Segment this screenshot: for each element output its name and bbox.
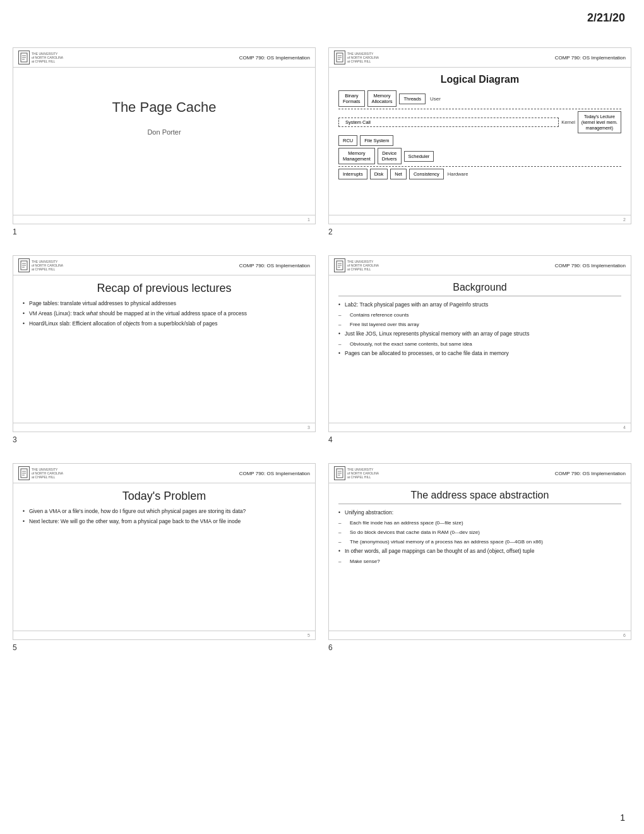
- slide-5-course: COMP 790: OS Implementation: [239, 471, 310, 476]
- slide-4-number: 4: [623, 425, 626, 430]
- slide-4-logo: THE UNIVERSITYof NORTH CAROLINAat CHAPEL…: [334, 258, 379, 272]
- user-label: User: [430, 96, 441, 102]
- slide-4-footer: 4: [329, 423, 631, 432]
- slide-2-footer: 2: [329, 215, 631, 224]
- slide-5-body: Today's Problem Given a VMA or a file's …: [13, 483, 315, 631]
- slide-2-body: Logical Diagram BinaryFormats MemoryAllo…: [329, 68, 631, 215]
- slide-5: THE UNIVERSITYof NORTH CAROLINAat CHAPEL…: [13, 463, 316, 640]
- slide-1-course: COMP 790: OS Implementation: [239, 55, 310, 61]
- slide-4-course: COMP 790: OS Implementation: [555, 263, 626, 269]
- slide-1-wrapper: THE UNIVERSITYof NORTH CAROLINAat CHAPEL…: [13, 47, 316, 236]
- page-number-bottom: 1: [620, 813, 625, 823]
- rcu-box: RCU: [338, 135, 357, 146]
- memory-management-box: MemoryManagement: [338, 148, 375, 164]
- slide-5-footer: 5: [13, 631, 315, 639]
- slide-3-footer: 3: [13, 423, 315, 432]
- slides-grid: THE UNIVERSITYof NORTH CAROLINAat CHAPEL…: [13, 47, 631, 652]
- threads-box: Threads: [399, 94, 426, 104]
- slide-5-wrapper: THE UNIVERSITYof NORTH CAROLINAat CHAPEL…: [13, 463, 316, 652]
- logo-text-2: THE UNIVERSITYof NORTH CAROLINAat CHAPEL…: [347, 52, 379, 63]
- slide-2-course: COMP 790: OS Implementation: [555, 55, 626, 61]
- slide-1-label: 1: [13, 227, 316, 236]
- slide-3-label: 3: [13, 435, 316, 444]
- slide-6-course: COMP 790: OS Implementation: [555, 471, 626, 476]
- bullet-3-3: Hoard/Linux slab: Efficient allocation o…: [23, 320, 306, 328]
- slide-6: THE UNIVERSITYof NORTH CAROLINAat CHAPEL…: [328, 463, 631, 640]
- slide-1-header: THE UNIVERSITYof NORTH CAROLINAat CHAPEL…: [13, 48, 315, 68]
- slide-5-number: 5: [307, 633, 310, 638]
- bullet-4-1a: Contains reference counts: [338, 311, 621, 318]
- slide-1-footer: 1: [13, 215, 315, 224]
- slide-3-bullets: Page tables: translate virtual addresses…: [23, 300, 306, 330]
- slide-3-course: COMP 790: OS Implementation: [239, 263, 310, 269]
- bullet-6-2: In other words, all page mappings can be…: [338, 548, 621, 555]
- slide-6-number: 6: [623, 633, 626, 638]
- slide-4-header: THE UNIVERSITYof NORTH CAROLINAat CHAPEL…: [329, 256, 631, 275]
- slide-1-logo: THE UNIVERSITYof NORTH CAROLINAat CHAPEL…: [18, 51, 63, 64]
- slide-2-wrapper: THE UNIVERSITYof NORTH CAROLINAat CHAPEL…: [328, 47, 631, 236]
- system-call-box: System Call: [338, 118, 559, 127]
- device-drivers-box: DeviceDrivers: [378, 148, 402, 164]
- slide-6-footer: 6: [329, 631, 631, 639]
- slide-4-label: 4: [328, 435, 631, 444]
- slide-6-wrapper: THE UNIVERSITYof NORTH CAROLINAat CHAPEL…: [328, 463, 631, 652]
- interrupts-box: Interrupts: [338, 169, 367, 179]
- file-system-box: File System: [360, 135, 393, 146]
- slide-5-label: 5: [13, 643, 316, 652]
- slide-4-body: Background Lab2: Track physical pages wi…: [329, 275, 631, 423]
- slide-2: THE UNIVERSITYof NORTH CAROLINAat CHAPEL…: [328, 47, 631, 224]
- slide-1-author: Don Porter: [23, 128, 306, 136]
- bullet-4-1: Lab2: Track physical pages with an array…: [338, 301, 621, 309]
- slide-1: THE UNIVERSITYof NORTH CAROLINAat CHAPEL…: [13, 47, 316, 224]
- slide-1-title: The Page Cache: [23, 99, 306, 116]
- bullet-3-1: Page tables: translate virtual addresses…: [23, 300, 306, 308]
- slide-3-header: THE UNIVERSITYof NORTH CAROLINAat CHAPEL…: [13, 256, 315, 275]
- slide-2-logo: THE UNIVERSITYof NORTH CAROLINAat CHAPEL…: [334, 51, 379, 64]
- slide-2-header: THE UNIVERSITYof NORTH CAROLINAat CHAPEL…: [329, 48, 631, 68]
- bullet-6-2a: Make sense?: [338, 558, 621, 565]
- hardware-label: Hardware: [448, 171, 468, 177]
- slide-1-number: 1: [307, 217, 310, 222]
- bullet-6-1: Unifying abstraction:: [338, 509, 621, 517]
- bullet-3-2: VM Areas (Linux): track what should be m…: [23, 310, 306, 318]
- page-date: 2/21/20: [587, 11, 625, 25]
- slide-4-title: Background: [338, 282, 621, 296]
- slide-2-number: 2: [623, 217, 626, 222]
- consistency-box: Consistency: [409, 169, 444, 179]
- bullet-6-1a: Each file inode has an address space (0—…: [338, 519, 621, 526]
- slide-5-header: THE UNIVERSITYof NORTH CAROLINAat CHAPEL…: [13, 464, 315, 483]
- kernel-label: Kernel: [561, 119, 575, 125]
- slide-6-logo: THE UNIVERSITYof NORTH CAROLINAat CHAPEL…: [334, 466, 379, 480]
- unc-logo-icon-3: [18, 258, 30, 272]
- scheduler-box: Scheduler: [404, 151, 434, 162]
- bullet-4-2a: Obviously, not the exact same contents, …: [338, 341, 621, 348]
- bullet-5-1: Given a VMA or a file's inode, how do I …: [23, 508, 306, 516]
- slide-3-title: Recap of previous lectures: [23, 282, 306, 295]
- slide-6-header: THE UNIVERSITYof NORTH CAROLINAat CHAPEL…: [329, 464, 631, 483]
- slide-3-body: Recap of previous lectures Page tables: …: [13, 275, 315, 423]
- slide-1-body: The Page Cache Don Porter: [13, 68, 315, 215]
- unc-logo-icon-2: [334, 51, 345, 64]
- disk-box: Disk: [370, 169, 388, 179]
- slide-3-number: 3: [307, 425, 310, 430]
- unc-logo-icon-6: [334, 466, 345, 480]
- logo-text-3: THE UNIVERSITYof NORTH CAROLINAat CHAPEL…: [32, 260, 63, 271]
- bullet-4-3: Pages can be allocated to processes, or …: [338, 350, 621, 358]
- slide-5-bullets: Given a VMA or a file's inode, how do I …: [23, 508, 306, 528]
- logo-text-5: THE UNIVERSITYof NORTH CAROLINAat CHAPEL…: [32, 468, 63, 479]
- logo-text-6: THE UNIVERSITYof NORTH CAROLINAat CHAPEL…: [347, 468, 379, 479]
- unc-logo-icon: [18, 51, 30, 64]
- bullet-6-1b: So do block devices that cache data in R…: [338, 529, 621, 536]
- slide-6-label: 6: [328, 643, 631, 652]
- slide-4-bullets: Lab2: Track physical pages with an array…: [338, 301, 621, 360]
- bullet-4-2: Just like JOS, Linux represents physical…: [338, 330, 621, 338]
- logo-text-4: THE UNIVERSITYof NORTH CAROLINAat CHAPEL…: [347, 260, 379, 271]
- binary-formats-box: BinaryFormats: [338, 90, 365, 107]
- slide-2-label: 2: [328, 227, 631, 236]
- slide-3: THE UNIVERSITYof NORTH CAROLINAat CHAPEL…: [13, 255, 316, 432]
- slide-5-logo: THE UNIVERSITYof NORTH CAROLINAat CHAPEL…: [18, 466, 63, 480]
- bullet-4-1b: Free list layered over this array: [338, 321, 621, 328]
- slide-6-body: The address space abstraction Unifying a…: [329, 483, 631, 631]
- unc-logo-icon-4: [334, 258, 345, 272]
- memory-allocators-box: MemoryAllocators: [367, 90, 397, 107]
